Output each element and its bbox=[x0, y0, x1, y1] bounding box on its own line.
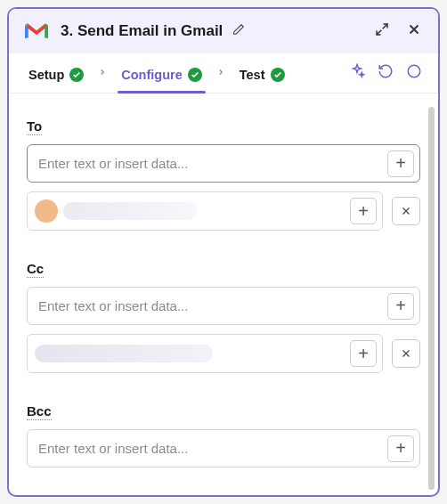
cc-value-box: + bbox=[27, 334, 383, 373]
step-tabs: Setup Configure Test bbox=[9, 53, 438, 93]
sparkle-icon[interactable] bbox=[349, 63, 365, 83]
cc-input-row: + bbox=[27, 287, 420, 325]
check-icon bbox=[188, 68, 202, 82]
highlight-dot bbox=[35, 199, 58, 223]
tab-setup[interactable]: Setup bbox=[25, 62, 87, 93]
field-bcc: Bcc + bbox=[27, 403, 420, 467]
undo-icon[interactable] bbox=[378, 63, 394, 83]
insert-data-button[interactable]: + bbox=[387, 435, 414, 462]
add-button[interactable]: + bbox=[350, 198, 377, 224]
svg-point-0 bbox=[408, 65, 420, 77]
check-icon bbox=[271, 68, 285, 82]
to-input[interactable] bbox=[38, 149, 387, 178]
cc-redacted-value bbox=[35, 345, 213, 362]
action-panel: 3. Send Email in Gmail Setup Configure bbox=[7, 7, 440, 497]
panel-title: 3. Send Email in Gmail bbox=[61, 22, 362, 40]
gmail-icon bbox=[25, 22, 48, 40]
panel-header: 3. Send Email in Gmail bbox=[9, 9, 438, 53]
edit-icon[interactable] bbox=[232, 22, 245, 39]
bcc-input[interactable] bbox=[38, 434, 387, 463]
to-label: To bbox=[27, 118, 42, 135]
field-cc: Cc + + bbox=[27, 261, 420, 373]
insert-data-button[interactable]: + bbox=[387, 293, 414, 320]
to-value-row: + bbox=[27, 191, 420, 231]
remove-button[interactable] bbox=[392, 339, 420, 368]
to-value-box: + bbox=[27, 191, 383, 231]
form-body: To + + Cc bbox=[9, 93, 438, 495]
tab-configure[interactable]: Configure bbox=[118, 62, 205, 93]
tab-setup-label: Setup bbox=[28, 68, 64, 82]
expand-icon[interactable] bbox=[374, 21, 390, 41]
tab-configure-label: Configure bbox=[121, 68, 182, 82]
to-input-row: + bbox=[27, 144, 420, 183]
bcc-input-row: + bbox=[27, 429, 420, 467]
cc-label: Cc bbox=[27, 261, 44, 278]
tab-test-label: Test bbox=[240, 68, 265, 82]
bcc-label: Bcc bbox=[27, 403, 52, 420]
tab-test[interactable]: Test bbox=[236, 62, 289, 93]
to-redacted-value bbox=[63, 202, 197, 220]
chevron-right-icon bbox=[213, 64, 229, 91]
chevron-right-icon bbox=[94, 64, 110, 91]
circle-icon[interactable] bbox=[406, 63, 422, 83]
check-icon bbox=[69, 68, 84, 82]
scrollbar[interactable] bbox=[428, 107, 435, 490]
field-to: To + + bbox=[27, 118, 420, 231]
remove-button[interactable] bbox=[392, 197, 420, 225]
add-button[interactable]: + bbox=[350, 340, 377, 367]
close-icon[interactable] bbox=[406, 21, 422, 41]
cc-input[interactable] bbox=[38, 291, 387, 321]
insert-data-button[interactable]: + bbox=[387, 150, 414, 177]
cc-value-row: + bbox=[27, 334, 420, 373]
